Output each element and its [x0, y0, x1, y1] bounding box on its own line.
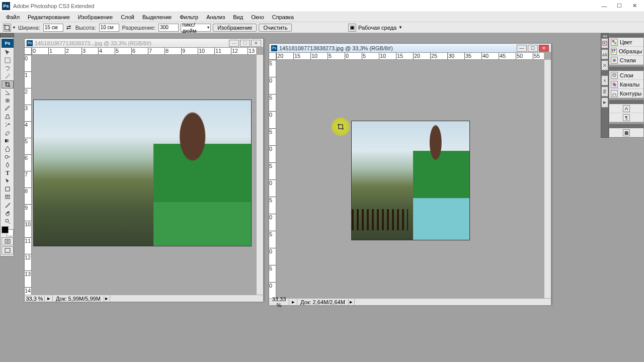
menu-filter[interactable]: Фильтр: [176, 13, 202, 21]
styles-panel-tab[interactable]: Стили: [609, 56, 643, 65]
front-image-button[interactable]: Изображение: [213, 24, 257, 32]
doc2-canvas[interactable]: [276, 60, 544, 298]
doc2-info-icon[interactable]: ▸: [289, 299, 297, 305]
menu-view[interactable]: Вид: [229, 13, 247, 21]
close-button[interactable]: ✕: [627, 1, 642, 11]
doc2-info-menu-icon[interactable]: ▸: [349, 299, 355, 305]
clear-button[interactable]: Очистить: [259, 24, 292, 32]
doc2-minimize-button[interactable]: —: [517, 45, 527, 52]
doc2-maximize-button[interactable]: ☐: [528, 45, 538, 52]
doc2-titlebar[interactable]: Ps 145181087713838273.jpg @ 33,3% (RGB/8…: [269, 44, 551, 53]
bridge-icon[interactable]: ▣: [348, 24, 356, 32]
menu-select[interactable]: Выделение: [138, 13, 176, 21]
menu-image[interactable]: Изображение: [74, 13, 117, 21]
character-panel-button[interactable]: A: [609, 104, 643, 113]
doc1-scrollbar-vertical[interactable]: [256, 55, 263, 295]
type-tool-icon[interactable]: T: [2, 169, 14, 177]
doc2-zoom-field[interactable]: 33,33 %: [269, 296, 289, 308]
menu-file[interactable]: Файл: [2, 13, 24, 21]
path-select-tool-icon[interactable]: [2, 177, 14, 185]
stamp-tool-icon[interactable]: [2, 113, 14, 121]
document-window-1[interactable]: Ps 145181087713839373...jpg @ 33,3% (RGB…: [24, 38, 264, 301]
misc-panel-button[interactable]: ▦: [609, 128, 643, 137]
doc1-info-icon[interactable]: ▸: [45, 295, 53, 302]
menu-window[interactable]: Окно: [247, 13, 268, 21]
brush-tool-icon[interactable]: [2, 105, 14, 113]
toolbox-grip[interactable]: [0, 33, 14, 37]
doc1-titlebar[interactable]: Ps 145181087713839373...jpg @ 33,3% (RGB…: [25, 39, 263, 48]
shape-tool-icon[interactable]: [2, 185, 14, 193]
history-brush-tool-icon[interactable]: [2, 121, 14, 129]
crop-cursor-highlight: [332, 118, 350, 136]
doc2-icon: Ps: [271, 45, 277, 51]
screen-mode-icon[interactable]: [2, 246, 14, 254]
menu-help[interactable]: Справка: [268, 13, 298, 21]
doc1-maximize-button[interactable]: ☐: [240, 40, 250, 47]
doc1-canvas[interactable]: [32, 55, 256, 295]
doc1-close-button[interactable]: ✕: [251, 40, 261, 47]
gradient-tool-icon[interactable]: [2, 137, 14, 145]
marquee-tool-icon[interactable]: [2, 56, 14, 64]
move-tool-icon[interactable]: [2, 48, 14, 56]
paths-panel-tab[interactable]: Контуры: [609, 89, 643, 98]
height-input[interactable]: [99, 24, 119, 32]
eyedropper-tool-icon[interactable]: [2, 201, 14, 209]
layers-panel-tab[interactable]: Слои: [609, 71, 643, 80]
doc2-ruler-horizontal[interactable]: 20151050510152025303540455055: [276, 53, 544, 60]
resolution-input[interactable]: [158, 24, 179, 32]
resolution-unit-select[interactable]: пикс/дюйм: [181, 24, 211, 32]
doc1-zoom-field[interactable]: 33,3 %: [25, 296, 45, 302]
color-panel-grip[interactable]: [609, 34, 643, 38]
menu-analysis[interactable]: Анализ: [202, 13, 229, 21]
doc2-ruler-vertical[interactable]: 50505050505050: [269, 60, 276, 298]
color-swatches[interactable]: [2, 226, 14, 236]
width-input[interactable]: [43, 24, 63, 32]
doc1-info-menu-icon[interactable]: ▸: [104, 295, 110, 302]
crop-tool-icon[interactable]: [2, 80, 14, 88]
slice-tool-icon[interactable]: [2, 88, 14, 97]
heal-tool-icon[interactable]: [2, 97, 14, 105]
histogram-panel-icon[interactable]: [601, 49, 608, 59]
menu-edit[interactable]: Редактирование: [24, 13, 74, 21]
swatches-panel-tab[interactable]: Образцы: [609, 47, 643, 56]
panel-strip-grip[interactable]: ◂◂: [601, 34, 608, 38]
menu-layer[interactable]: Слой: [117, 13, 138, 21]
doc2-scrollbar-vertical[interactable]: [544, 60, 551, 298]
notes-tool-icon[interactable]: [2, 193, 14, 201]
info-panel-icon[interactable]: [601, 60, 608, 70]
options-bar: ▾ Ширина: ⇄ Высота: Разрешение: пикс/дюй…: [0, 22, 644, 33]
workspace-dropdown[interactable]: Рабочая среда▼: [358, 25, 403, 31]
quick-mask-icon[interactable]: [2, 237, 14, 245]
channels-panel-tab[interactable]: Каналы: [609, 80, 643, 89]
document-window-2[interactable]: Ps 145181087713838273.jpg @ 33,3% (RGB/8…: [269, 43, 551, 305]
blur-tool-icon[interactable]: [2, 145, 14, 153]
color-panel-tab[interactable]: Цвет: [609, 38, 643, 47]
extra-panel-group-1: A ¶: [609, 100, 644, 123]
navigator-panel-icon[interactable]: [601, 38, 608, 48]
pen-tool-icon[interactable]: [2, 161, 14, 169]
lasso-tool-icon[interactable]: [2, 64, 14, 72]
extra-panel-2-grip[interactable]: [609, 124, 643, 128]
layers-panel-grip[interactable]: [609, 67, 643, 71]
color-icon: [611, 39, 618, 46]
doc1-ruler-vertical[interactable]: 01234567891011121314: [25, 55, 32, 295]
dodge-tool-icon[interactable]: [2, 153, 14, 161]
maximize-button[interactable]: ☐: [612, 1, 627, 11]
minimize-button[interactable]: —: [597, 1, 612, 11]
paragraph-panel-button[interactable]: ¶: [609, 113, 643, 122]
doc1-minimize-button[interactable]: —: [229, 40, 239, 47]
doc2-close-button[interactable]: ✕: [539, 45, 549, 52]
foreground-color-swatch[interactable]: [2, 226, 9, 233]
wand-tool-icon[interactable]: [2, 72, 14, 80]
extra-panel-1-grip[interactable]: [609, 100, 643, 104]
doc1-ruler-horizontal[interactable]: 012345678910111213: [32, 48, 256, 55]
character-panel-icon[interactable]: [601, 75, 608, 85]
svg-rect-16: [612, 51, 613, 53]
eraser-tool-icon[interactable]: [2, 129, 14, 137]
actions-panel-icon[interactable]: [601, 98, 608, 108]
hand-tool-icon[interactable]: [2, 209, 14, 217]
zoom-tool-icon[interactable]: [2, 217, 14, 225]
paragraph-panel-icon[interactable]: [601, 86, 608, 97]
swap-dimensions-icon[interactable]: ⇄: [65, 24, 72, 31]
crop-tool-preset-icon[interactable]: [3, 24, 11, 32]
